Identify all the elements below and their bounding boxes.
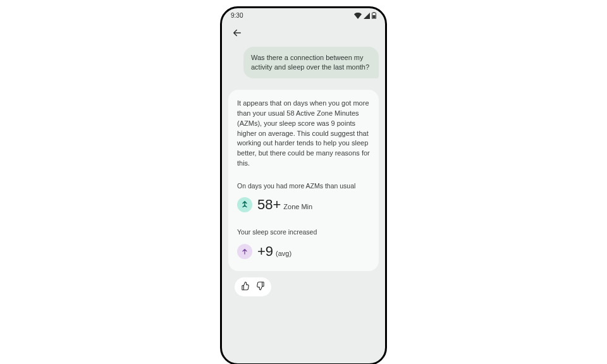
battery-icon [372, 12, 376, 19]
status-icons [354, 12, 376, 19]
thumbs-down-icon [255, 281, 265, 291]
arrow-left-icon [231, 27, 243, 39]
sleep-metric: +9 (avg) [237, 241, 370, 262]
sleep-value: +9 [257, 241, 273, 262]
azm-metric: 58+ Zone Min [237, 195, 370, 215]
sleep-unit: (avg) [276, 249, 291, 259]
phone-frame: 9:30 Was there a connection between my a… [220, 6, 387, 364]
thumbs-up-button[interactable] [241, 281, 250, 293]
arrow-up-icon [241, 248, 248, 255]
thumbs-up-icon [241, 281, 250, 291]
status-time: 9:30 [231, 12, 243, 19]
azm-value: 58+ [257, 195, 281, 215]
sleep-icon-badge [237, 244, 252, 259]
back-button[interactable] [230, 25, 245, 40]
assistant-message-bubble: It appears that on days when you got mor… [228, 90, 379, 272]
feedback-pill [235, 277, 271, 296]
chat-area: Was there a connection between my activi… [222, 44, 385, 296]
status-bar: 9:30 [222, 8, 385, 19]
user-message-bubble: Was there a connection between my activi… [243, 47, 379, 78]
svg-rect-2 [373, 15, 376, 18]
sleep-label: Your sleep score increased [237, 228, 370, 237]
cell-signal-icon [364, 13, 370, 19]
user-message-text: Was there a connection between my activi… [251, 54, 369, 71]
activity-icon [240, 200, 249, 209]
assistant-message-text: It appears that on days when you got mor… [237, 99, 370, 169]
thumbs-down-button[interactable] [255, 281, 265, 293]
activity-icon-badge [237, 197, 252, 212]
wifi-icon [354, 13, 362, 19]
azm-unit: Zone Min [283, 202, 312, 212]
azm-label: On days you had more AZMs than usual [237, 181, 370, 191]
